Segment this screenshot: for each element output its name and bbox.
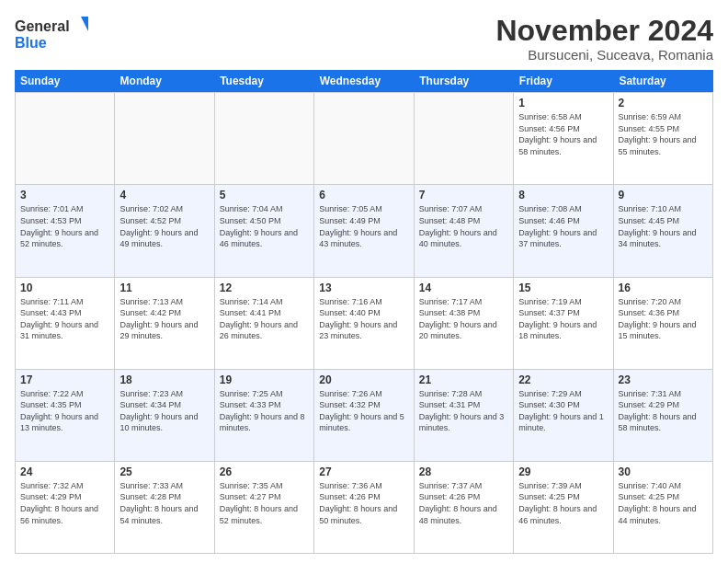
calendar-cell: 3Sunrise: 7:01 AM Sunset: 4:53 PM Daylig… <box>16 185 115 276</box>
day-number: 11 <box>119 282 209 294</box>
day-number: 23 <box>619 373 708 386</box>
calendar-cell: 10Sunrise: 7:11 AM Sunset: 4:43 PM Dayli… <box>16 278 115 369</box>
day-number: 24 <box>20 465 109 478</box>
calendar-cell: 20Sunrise: 7:26 AM Sunset: 4:32 PM Dayli… <box>314 370 414 461</box>
calendar-cell: 1Sunrise: 6:58 AM Sunset: 4:56 PM Daylig… <box>514 93 613 184</box>
calendar-cell <box>115 93 214 184</box>
calendar-cell: 17Sunrise: 7:22 AM Sunset: 4:35 PM Dayli… <box>16 370 115 461</box>
svg-text:Blue: Blue <box>15 35 47 51</box>
calendar-cell: 12Sunrise: 7:14 AM Sunset: 4:41 PM Dayli… <box>215 278 314 369</box>
calendar-cell: 30Sunrise: 7:40 AM Sunset: 4:25 PM Dayli… <box>614 462 713 553</box>
cell-info: Sunrise: 7:25 AM Sunset: 4:33 PM Dayligh… <box>220 388 309 434</box>
calendar-cell <box>215 93 314 184</box>
calendar-week-3: 10Sunrise: 7:11 AM Sunset: 4:43 PM Dayli… <box>15 277 713 369</box>
calendar-week-1: 1Sunrise: 6:58 AM Sunset: 4:56 PM Daylig… <box>15 92 713 184</box>
cell-info: Sunrise: 7:19 AM Sunset: 4:37 PM Dayligh… <box>518 296 608 342</box>
day-number: 8 <box>518 189 608 201</box>
calendar-cell: 29Sunrise: 7:39 AM Sunset: 4:25 PM Dayli… <box>514 462 613 553</box>
day-number: 16 <box>619 282 708 294</box>
calendar-cell: 15Sunrise: 7:19 AM Sunset: 4:37 PM Dayli… <box>514 278 613 369</box>
calendar-cell: 19Sunrise: 7:25 AM Sunset: 4:33 PM Dayli… <box>215 370 314 461</box>
calendar-week-2: 3Sunrise: 7:01 AM Sunset: 4:53 PM Daylig… <box>15 184 713 276</box>
cell-info: Sunrise: 7:33 AM Sunset: 4:28 PM Dayligh… <box>119 480 209 526</box>
day-number: 10 <box>20 282 109 294</box>
location: Bursuceni, Suceava, Romania <box>495 47 713 63</box>
month-title: November 2024 <box>495 15 713 47</box>
day-number: 19 <box>220 373 309 386</box>
calendar-cell: 24Sunrise: 7:32 AM Sunset: 4:29 PM Dayli… <box>16 462 115 553</box>
day-number: 6 <box>319 189 408 201</box>
calendar-week-4: 17Sunrise: 7:22 AM Sunset: 4:35 PM Dayli… <box>15 369 713 461</box>
header: General Blue November 2024 Bursuceni, Su… <box>15 15 713 63</box>
day-number: 26 <box>220 465 309 478</box>
day-header-saturday: Saturday <box>613 70 713 92</box>
cell-info: Sunrise: 7:29 AM Sunset: 4:30 PM Dayligh… <box>518 388 608 434</box>
day-header-wednesday: Wednesday <box>314 70 415 92</box>
calendar-cell: 6Sunrise: 7:05 AM Sunset: 4:49 PM Daylig… <box>314 185 414 276</box>
page: General Blue November 2024 Bursuceni, Su… <box>0 0 728 563</box>
calendar-header: SundayMondayTuesdayWednesdayThursdayFrid… <box>15 70 713 92</box>
day-number: 7 <box>419 189 508 201</box>
cell-info: Sunrise: 7:14 AM Sunset: 4:41 PM Dayligh… <box>220 296 309 342</box>
day-number: 4 <box>119 189 209 201</box>
calendar-cell: 9Sunrise: 7:10 AM Sunset: 4:45 PM Daylig… <box>614 185 713 276</box>
calendar-cell: 28Sunrise: 7:37 AM Sunset: 4:26 PM Dayli… <box>415 462 514 553</box>
calendar-cell: 4Sunrise: 7:02 AM Sunset: 4:52 PM Daylig… <box>115 185 214 276</box>
cell-info: Sunrise: 7:08 AM Sunset: 4:46 PM Dayligh… <box>518 203 608 249</box>
calendar-cell: 27Sunrise: 7:36 AM Sunset: 4:26 PM Dayli… <box>314 462 414 553</box>
calendar-cell: 25Sunrise: 7:33 AM Sunset: 4:28 PM Dayli… <box>115 462 214 553</box>
cell-info: Sunrise: 7:35 AM Sunset: 4:27 PM Dayligh… <box>220 480 309 526</box>
cell-info: Sunrise: 7:11 AM Sunset: 4:43 PM Dayligh… <box>20 296 109 342</box>
cell-info: Sunrise: 6:59 AM Sunset: 4:55 PM Dayligh… <box>619 111 708 157</box>
calendar-cell: 14Sunrise: 7:17 AM Sunset: 4:38 PM Dayli… <box>415 278 514 369</box>
day-number: 20 <box>319 373 408 386</box>
cell-info: Sunrise: 7:28 AM Sunset: 4:31 PM Dayligh… <box>419 388 508 434</box>
cell-info: Sunrise: 7:04 AM Sunset: 4:50 PM Dayligh… <box>220 203 309 249</box>
cell-info: Sunrise: 7:37 AM Sunset: 4:26 PM Dayligh… <box>419 480 508 526</box>
calendar-cell: 8Sunrise: 7:08 AM Sunset: 4:46 PM Daylig… <box>514 185 613 276</box>
cell-info: Sunrise: 7:32 AM Sunset: 4:29 PM Dayligh… <box>20 480 109 526</box>
calendar-cell: 11Sunrise: 7:13 AM Sunset: 4:42 PM Dayli… <box>115 278 214 369</box>
day-number: 5 <box>220 189 309 201</box>
day-header-sunday: Sunday <box>15 70 115 92</box>
title-area: November 2024 Bursuceni, Suceava, Romani… <box>495 15 713 63</box>
calendar-cell: 16Sunrise: 7:20 AM Sunset: 4:36 PM Dayli… <box>614 278 713 369</box>
day-header-tuesday: Tuesday <box>214 70 314 92</box>
calendar-cell: 18Sunrise: 7:23 AM Sunset: 4:34 PM Dayli… <box>115 370 214 461</box>
cell-info: Sunrise: 7:22 AM Sunset: 4:35 PM Dayligh… <box>20 388 109 434</box>
day-header-monday: Monday <box>115 70 215 92</box>
day-number: 9 <box>619 189 708 201</box>
cell-info: Sunrise: 7:31 AM Sunset: 4:29 PM Dayligh… <box>619 388 708 434</box>
day-header-friday: Friday <box>514 70 614 92</box>
cell-info: Sunrise: 7:01 AM Sunset: 4:53 PM Dayligh… <box>20 203 109 249</box>
svg-marker-2 <box>81 17 88 31</box>
calendar-cell: 23Sunrise: 7:31 AM Sunset: 4:29 PM Dayli… <box>614 370 713 461</box>
cell-info: Sunrise: 7:17 AM Sunset: 4:38 PM Dayligh… <box>419 296 508 342</box>
cell-info: Sunrise: 7:39 AM Sunset: 4:25 PM Dayligh… <box>518 480 608 526</box>
day-number: 13 <box>319 282 408 294</box>
calendar-cell <box>16 93 115 184</box>
day-number: 28 <box>419 465 508 478</box>
day-number: 3 <box>20 189 109 201</box>
calendar-week-5: 24Sunrise: 7:32 AM Sunset: 4:29 PM Dayli… <box>15 461 713 554</box>
svg-text:General: General <box>15 18 70 34</box>
cell-info: Sunrise: 7:02 AM Sunset: 4:52 PM Dayligh… <box>119 203 209 249</box>
day-number: 2 <box>619 97 708 109</box>
day-number: 18 <box>119 373 209 386</box>
day-number: 29 <box>518 465 608 478</box>
cell-info: Sunrise: 7:05 AM Sunset: 4:49 PM Dayligh… <box>319 203 408 249</box>
day-number: 21 <box>419 373 508 386</box>
day-number: 22 <box>518 373 608 386</box>
cell-info: Sunrise: 7:26 AM Sunset: 4:32 PM Dayligh… <box>319 388 408 434</box>
calendar-cell: 2Sunrise: 6:59 AM Sunset: 4:55 PM Daylig… <box>614 93 713 184</box>
cell-info: Sunrise: 7:16 AM Sunset: 4:40 PM Dayligh… <box>319 296 408 342</box>
day-number: 1 <box>518 97 608 109</box>
cell-info: Sunrise: 7:10 AM Sunset: 4:45 PM Dayligh… <box>619 203 708 249</box>
calendar-cell <box>314 93 414 184</box>
day-number: 25 <box>119 465 209 478</box>
logo: General Blue <box>15 15 88 52</box>
calendar-cell <box>415 93 514 184</box>
calendar-body: 1Sunrise: 6:58 AM Sunset: 4:56 PM Daylig… <box>15 92 713 554</box>
day-number: 30 <box>619 465 708 478</box>
day-header-thursday: Thursday <box>414 70 514 92</box>
